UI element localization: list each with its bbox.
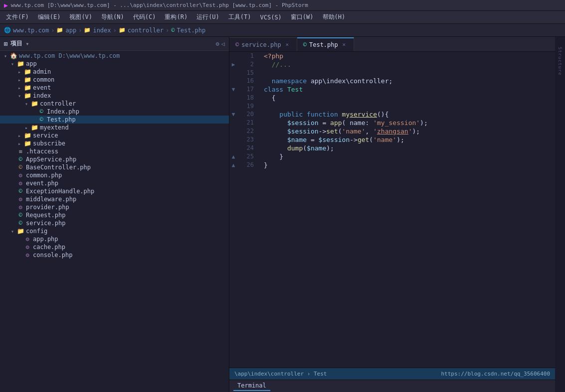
menu-item-文件(F)[interactable]: 文件(F)	[2, 12, 33, 22]
breadcrumb-item-index[interactable]: 📁index	[84, 27, 111, 34]
tree-item-common[interactable]: ▸📁common	[0, 76, 229, 84]
tree-file-icon: 📁	[23, 132, 32, 139]
tab-label: Test.php	[309, 41, 338, 48]
code-line-25: ▲25 }	[229, 152, 555, 161]
tree-arrow: ▸	[16, 85, 23, 91]
line-code: class Test	[260, 85, 555, 94]
menu-item-编辑(E)[interactable]: 编辑(E)	[34, 12, 65, 22]
tree-item-Index.php[interactable]: ©Index.php	[0, 108, 229, 116]
menu-item-窗口(W)[interactable]: 窗口(W)	[287, 12, 318, 22]
menu-item-运行(U)[interactable]: 运行(U)	[192, 12, 223, 22]
code-line-17: ▼17class Test	[229, 85, 555, 94]
panel-collapse-icon[interactable]: ◁	[221, 40, 225, 47]
editor-tab-Test.php[interactable]: ©Test.php×	[297, 37, 354, 51]
tree-file-icon: ©	[16, 188, 25, 195]
tree-item-.htaccess[interactable]: ≡.htaccess	[0, 147, 229, 155]
tree-item-myextend[interactable]: ▸📁myextend	[0, 124, 229, 131]
menu-item-视图(V)[interactable]: 视图(V)	[65, 12, 96, 22]
breadcrumb-item-controller[interactable]: 📁controller	[119, 27, 164, 34]
tree-file-name: BaseController.php	[25, 164, 91, 171]
breadcrumb-item-www.tp.com[interactable]: 🌐www.tp.com	[4, 27, 49, 34]
tree-item-console.php[interactable]: ⚙console.php	[0, 251, 229, 259]
settings-icon[interactable]: ⚙	[216, 40, 219, 47]
tree-item-middleware.php[interactable]: ⚙middleware.php	[0, 195, 229, 203]
tab-file-icon: ©	[235, 41, 239, 48]
window-title: www.tp.com [D:\www\www.tp.com] - ...\app…	[11, 2, 308, 8]
tree-item-ExceptionHandle.php[interactable]: ©ExceptionHandle.php	[0, 187, 229, 195]
project-dropdown-icon[interactable]: ▾	[25, 40, 29, 47]
line-fold-arrow[interactable]: ▲	[229, 161, 237, 169]
tree-file-name: console.php	[32, 252, 72, 259]
line-code: public function myservice(){	[260, 110, 555, 119]
breadcrumb-label: www.tp.com	[13, 27, 49, 34]
code-line-20: ▼20 public function myservice(){	[229, 110, 555, 119]
breadcrumb-label: Test.php	[177, 27, 205, 34]
tree-item-AppService.php[interactable]: ©AppService.php	[0, 155, 229, 163]
tree-file-name: .htaccess	[25, 148, 58, 155]
tab-close-button[interactable]: ×	[341, 41, 348, 48]
tree-item-admin[interactable]: ▸📁admin	[0, 68, 229, 76]
line-code: $name = $session->get('name');	[260, 135, 555, 144]
line-code: <?php	[260, 52, 555, 60]
root-icon: 🌐	[4, 27, 11, 33]
line-fold-arrow	[229, 69, 237, 77]
tree-item-service.php[interactable]: ©service.php	[0, 219, 229, 227]
line-fold-arrow[interactable]: ▲	[229, 152, 237, 161]
line-fold-arrow[interactable]: ▼	[229, 85, 237, 94]
tree-item-BaseController.php[interactable]: ©BaseController.php	[0, 163, 229, 171]
menu-item-VCS(S)[interactable]: VCS(S)	[256, 13, 286, 22]
line-number: 23	[237, 135, 260, 144]
editor-tab-service.php[interactable]: ©service.php×	[229, 37, 297, 51]
tree-file-name: index	[32, 92, 51, 99]
line-number: 20	[237, 110, 260, 119]
menu-item-重构(R)[interactable]: 重构(R)	[161, 12, 191, 22]
tree-item-controller[interactable]: ▾📁controller	[0, 100, 229, 108]
line-code: //...	[260, 60, 555, 69]
tree-item-service[interactable]: ▸📁service	[0, 131, 229, 139]
tree-item-event.php[interactable]: ⚙event.php	[0, 179, 229, 187]
tree-item-subscribe[interactable]: ▸📁subscribe	[0, 139, 229, 147]
side-label-structure[interactable]: Structure	[558, 47, 563, 76]
tree-file-icon: ⚙	[23, 244, 32, 251]
breadcrumb-label: controller	[128, 27, 164, 34]
tree-file-icon: 📁	[23, 84, 32, 91]
menu-bar: 文件(F)编辑(E)视图(V)导航(N)代码(C)重构(R)运行(U)工具(T)…	[0, 11, 565, 24]
tree-file-icon: ©	[37, 116, 46, 123]
tree-item-event[interactable]: ▸📁event	[0, 84, 229, 92]
status-path: \app\index\controller › Test	[234, 371, 327, 377]
tree-item-app[interactable]: ▾📁app	[0, 60, 229, 68]
menu-item-工具(T)[interactable]: 工具(T)	[224, 12, 255, 22]
line-fold-arrow	[229, 119, 237, 127]
menu-item-帮助(H)[interactable]: 帮助(H)	[319, 12, 350, 22]
tree-item-common.php[interactable]: ⚙common.php	[0, 171, 229, 179]
line-number: 21	[237, 119, 260, 127]
tree-file-name: Test.php	[46, 116, 76, 123]
code-editor[interactable]: 1<?php▶2 //...1516 namespace app\index\c…	[229, 52, 555, 368]
breadcrumb-item-app[interactable]: 📁app	[56, 27, 76, 34]
code-line-18: 18 {	[229, 94, 555, 102]
project-panel: ⊞ 项目 ▾ ⚙ ◁ ▾🏠www.tp.com D:\www\www.tp.co…	[0, 37, 229, 392]
tree-item-Test.php[interactable]: ©Test.php	[0, 116, 229, 124]
tree-item-config[interactable]: ▾📁config	[0, 227, 229, 235]
tree-arrow: ▸	[23, 125, 30, 131]
tree-item-Request.php[interactable]: ©Request.php	[0, 211, 229, 219]
tree-item-provider.php[interactable]: ⚙provider.php	[0, 203, 229, 211]
tree-file-icon: ⚙	[16, 180, 25, 187]
breadcrumb-item-Test.php[interactable]: ©Test.php	[171, 27, 205, 34]
tree-file-icon: ⚙	[16, 196, 25, 203]
line-number: 24	[237, 144, 260, 152]
tree-item-app.php[interactable]: ⚙app.php	[0, 235, 229, 243]
tree-item-cache.php[interactable]: ⚙cache.php	[0, 243, 229, 251]
code-line-1: 1<?php	[229, 52, 555, 60]
menu-item-导航(N)[interactable]: 导航(N)	[97, 12, 128, 22]
line-fold-arrow[interactable]: ▼	[229, 110, 237, 119]
line-fold-arrow[interactable]: ▶	[229, 60, 237, 69]
tree-item-root[interactable]: ▾🏠www.tp.com D:\www\www.tp.com	[0, 52, 229, 60]
code-line-19: 19	[229, 102, 555, 110]
breadcrumb-separator: ›	[78, 27, 82, 34]
status-url: https://blog.csdn.net/qq_35606400	[441, 371, 550, 377]
menu-item-代码(C)[interactable]: 代码(C)	[129, 12, 160, 22]
tab-close-button[interactable]: ×	[284, 41, 291, 48]
tree-item-index[interactable]: ▾📁index	[0, 92, 229, 100]
bottom-tab-Terminal[interactable]: Terminal	[233, 381, 270, 391]
